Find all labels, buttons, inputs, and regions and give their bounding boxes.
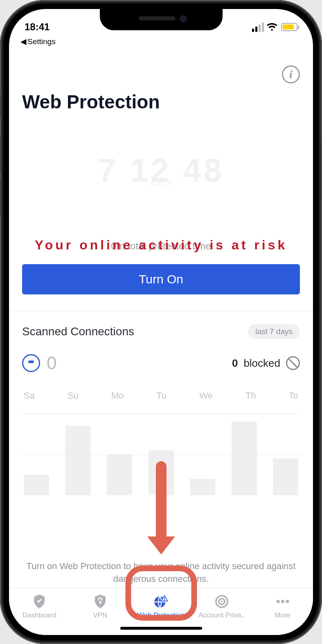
turn-on-button[interactable]: Turn On (22, 264, 300, 294)
stats-scanned: 0 (22, 353, 56, 373)
status-right (252, 22, 297, 32)
vpn-shield-icon (93, 594, 108, 609)
tab-more[interactable]: More (252, 588, 313, 635)
tab-label: VPN (93, 611, 107, 619)
scanned-count: 0 (47, 353, 56, 373)
footer-hint: Turn on Web Protection to have your onli… (9, 560, 313, 586)
ghost-counter-units: d m s (22, 178, 300, 188)
ghost-counter: 7 12 48 d m s Your online activity is at… (22, 152, 300, 189)
chart-bar (107, 454, 132, 495)
svg-rect-2 (164, 600, 165, 601)
svg-point-6 (276, 600, 279, 603)
silent-switch (0, 94, 0, 117)
status-time: 18:41 (25, 21, 50, 33)
svg-point-8 (286, 600, 289, 603)
chart-day-label: Sa (24, 390, 35, 401)
battery-icon (281, 23, 297, 31)
volume-down (0, 180, 0, 217)
shield-check-icon (32, 594, 47, 609)
chart-day-label: Mo (111, 390, 124, 401)
svg-rect-1 (164, 597, 165, 599)
tab-dashboard[interactable]: Dashboard (9, 588, 70, 635)
chart-day-label: We (199, 390, 213, 401)
chart-bar (232, 422, 257, 495)
blocked-count: 0 (232, 357, 238, 370)
chart-bar (24, 475, 49, 495)
chart-day-label: To (289, 390, 298, 401)
chart-day-label: Th (245, 390, 256, 401)
svg-point-5 (221, 601, 223, 602)
tab-label: Web Protection (137, 611, 185, 619)
stats-row: 0 0 blocked (22, 353, 300, 373)
globe-alert-icon (153, 594, 168, 609)
chart-day-label: Tu (157, 390, 167, 401)
more-icon (275, 594, 290, 609)
tab-label: More (275, 611, 290, 619)
chart-day-labels: SaSuMoTuWeThTo (22, 390, 300, 401)
compass-icon (22, 354, 40, 372)
chart-bar (273, 458, 298, 495)
scanned-header: Scanned Connections last 7 days (22, 324, 300, 339)
screen: 18:41 ◀ Settings i Web Protection 7 12 4… (9, 9, 313, 635)
chart-day-label: Su (68, 390, 79, 401)
info-button[interactable]: i (282, 65, 300, 83)
tab-label: Dashboard (23, 611, 56, 619)
volume-up (0, 135, 0, 172)
divider (9, 311, 313, 311)
cellular-icon (252, 22, 264, 32)
chart-bar (190, 479, 215, 495)
risk-message: Your online activity is at risk (22, 238, 300, 253)
tab-label: Account Priva.. (198, 611, 245, 619)
blocked-label: blocked (243, 357, 280, 370)
wifi-icon (267, 23, 278, 31)
device-notch (100, 9, 223, 30)
scanned-title: Scanned Connections (22, 325, 134, 338)
stats-blocked: 0 blocked (232, 356, 300, 370)
target-icon (214, 594, 229, 609)
range-pill[interactable]: last 7 days (248, 324, 300, 339)
block-icon (286, 356, 300, 370)
home-indicator[interactable] (120, 627, 202, 630)
callout-arrow (156, 461, 167, 543)
chart-bar (65, 426, 91, 495)
page-title: Web Protection (22, 91, 300, 113)
phone-device: 18:41 ◀ Settings i Web Protection 7 12 4… (0, 0, 322, 644)
svg-point-7 (281, 600, 284, 603)
